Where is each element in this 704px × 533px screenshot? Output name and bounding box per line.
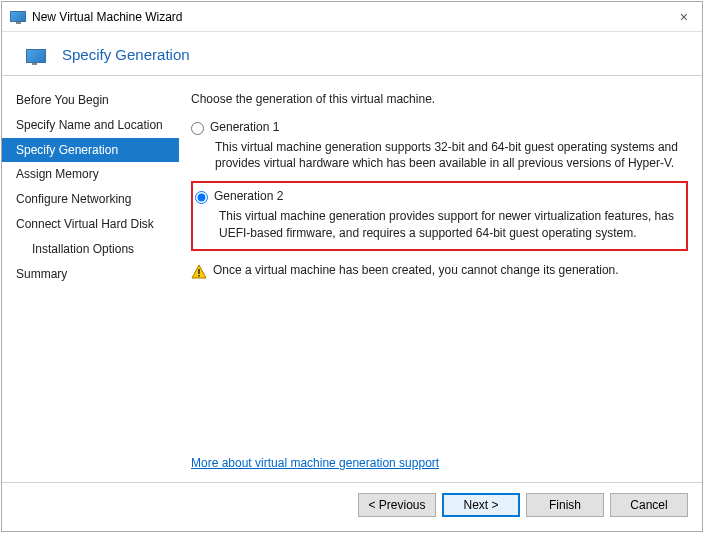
instruction-text: Choose the generation of this virtual ma… <box>191 92 688 106</box>
wizard-main: Choose the generation of this virtual ma… <box>179 76 702 482</box>
wizard-sidebar: Before You Begin Specify Name and Locati… <box>2 76 179 482</box>
highlighted-selection: Generation 2 This virtual machine genera… <box>191 181 688 250</box>
titlebar: New Virtual Machine Wizard × <box>2 2 702 32</box>
generation-1-option[interactable]: Generation 1 <box>191 120 688 135</box>
warning-icon <box>191 264 207 280</box>
close-button[interactable]: × <box>674 9 694 25</box>
sidebar-item-installation-options[interactable]: Installation Options <box>2 237 179 262</box>
app-icon <box>10 11 26 23</box>
previous-button[interactable]: < Previous <box>358 493 436 517</box>
generation-2-option[interactable]: Generation 2 <box>195 189 678 204</box>
generation-1-radio[interactable] <box>191 122 204 135</box>
generation-1-description: This virtual machine generation supports… <box>215 139 688 171</box>
sidebar-item-specify-generation[interactable]: Specify Generation <box>2 138 179 163</box>
sidebar-item-summary[interactable]: Summary <box>2 262 179 287</box>
more-info-link[interactable]: More about virtual machine generation su… <box>191 456 688 470</box>
wizard-window: New Virtual Machine Wizard × Specify Gen… <box>1 1 703 532</box>
svg-rect-1 <box>198 269 200 274</box>
sidebar-item-assign-memory[interactable]: Assign Memory <box>2 162 179 187</box>
sidebar-item-configure-networking[interactable]: Configure Networking <box>2 187 179 212</box>
generation-1-label: Generation 1 <box>210 120 279 134</box>
sidebar-item-connect-vhd[interactable]: Connect Virtual Hard Disk <box>2 212 179 237</box>
sidebar-item-before-you-begin[interactable]: Before You Begin <box>2 88 179 113</box>
finish-button[interactable]: Finish <box>526 493 604 517</box>
sidebar-item-specify-name[interactable]: Specify Name and Location <box>2 113 179 138</box>
wizard-header: Specify Generation <box>2 32 702 75</box>
generation-2-description: This virtual machine generation provides… <box>219 208 678 240</box>
cancel-button[interactable]: Cancel <box>610 493 688 517</box>
wizard-body: Before You Begin Specify Name and Locati… <box>2 76 702 482</box>
window-title: New Virtual Machine Wizard <box>32 10 674 24</box>
generation-2-label: Generation 2 <box>214 189 283 203</box>
warning-text: Once a virtual machine has been created,… <box>213 263 619 277</box>
generation-2-radio[interactable] <box>195 191 208 204</box>
svg-rect-2 <box>198 275 200 277</box>
button-bar: < Previous Next > Finish Cancel <box>2 482 702 531</box>
warning-row: Once a virtual machine has been created,… <box>191 263 688 280</box>
page-title: Specify Generation <box>62 46 190 63</box>
next-button[interactable]: Next > <box>442 493 520 517</box>
header-icon <box>26 49 46 63</box>
